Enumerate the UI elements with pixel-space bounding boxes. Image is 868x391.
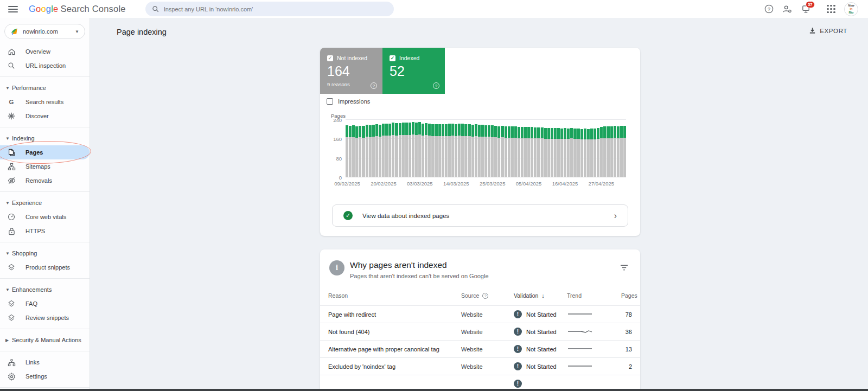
sidebar-section-indexing[interactable]: ▼Indexing xyxy=(0,131,90,145)
google-apps-icon[interactable] xyxy=(827,5,835,14)
indexed-chip[interactable]: ✓ Indexed 52 ? xyxy=(382,48,445,94)
chart-bar[interactable] xyxy=(402,123,405,177)
chart-bar[interactable] xyxy=(491,125,494,177)
chart-bar[interactable] xyxy=(379,125,381,177)
chart-bar[interactable] xyxy=(415,123,418,177)
user-settings-icon[interactable] xyxy=(782,4,792,14)
chart-bar[interactable] xyxy=(455,124,457,177)
chart-bar[interactable] xyxy=(428,124,431,177)
reason-row[interactable]: Page with redirect Website !Not Started … xyxy=(320,305,640,323)
chart-bar[interactable] xyxy=(617,126,620,177)
chart-bar[interactable] xyxy=(488,125,490,177)
view-indexed-data-row[interactable]: ✓ View data about indexed pages › xyxy=(332,204,628,227)
help-icon[interactable]: ? xyxy=(764,4,774,14)
chart-bar[interactable] xyxy=(551,128,553,177)
chart-bar[interactable] xyxy=(372,125,375,177)
chart-bar[interactable] xyxy=(511,126,514,177)
chart-bar[interactable] xyxy=(395,123,398,177)
chart-bar[interactable] xyxy=(369,125,372,177)
chart-bar[interactable] xyxy=(554,128,557,177)
chart-bar[interactable] xyxy=(521,127,524,177)
chart-bar[interactable] xyxy=(577,129,580,177)
sidebar-section-enhancements[interactable]: ▼Enhancements xyxy=(0,283,90,297)
indexed-checkbox[interactable]: ✓ xyxy=(390,55,395,61)
column-header-reason[interactable]: Reason xyxy=(328,292,461,299)
chart-bar[interactable] xyxy=(600,127,603,177)
chart-bar[interactable] xyxy=(448,124,451,177)
chart-bar[interactable] xyxy=(362,126,365,177)
chart-bar[interactable] xyxy=(541,127,544,177)
export-button[interactable]: EXPORT xyxy=(809,27,847,34)
impressions-toggle[interactable]: Impressions xyxy=(327,98,370,105)
sidebar-item-sitemaps[interactable]: Sitemaps xyxy=(0,159,90,174)
chart-bar[interactable] xyxy=(597,128,599,177)
chart-bar[interactable] xyxy=(425,123,427,177)
search-input[interactable] xyxy=(164,6,387,12)
menu-icon[interactable] xyxy=(8,6,18,12)
sidebar-item-links[interactable]: Links xyxy=(0,355,90,369)
notifications-icon[interactable]: 57 xyxy=(801,4,810,14)
chart-bar[interactable] xyxy=(346,125,348,177)
chart-bar[interactable] xyxy=(497,126,500,177)
chart-bar[interactable] xyxy=(349,126,352,177)
chart-bar[interactable] xyxy=(505,126,507,177)
chart-bar[interactable] xyxy=(573,129,576,177)
chart-bar[interactable] xyxy=(547,128,550,177)
sidebar-item-search-results[interactable]: GSearch results xyxy=(0,95,90,109)
chart-bar[interactable] xyxy=(527,127,530,177)
chart-bar[interactable] xyxy=(355,126,358,177)
chart-bar[interactable] xyxy=(475,124,477,177)
chart-bar[interactable] xyxy=(514,126,517,177)
chart-bar[interactable] xyxy=(614,126,616,177)
url-inspect-searchbar[interactable] xyxy=(145,2,394,16)
chart-bar[interactable] xyxy=(458,124,461,177)
column-header-validation[interactable]: Validation↓ xyxy=(514,292,567,299)
chart-bar[interactable] xyxy=(405,123,408,177)
property-selector[interactable]: nowinrio.com ▼ xyxy=(4,24,85,39)
chart-bar[interactable] xyxy=(392,123,394,177)
sidebar-item-overview[interactable]: Overview xyxy=(0,44,90,59)
sidebar-item-faq[interactable]: FAQ xyxy=(0,297,90,311)
not-indexed-chip[interactable]: ✓ Not indexed 164 9 reasons ? xyxy=(320,48,382,94)
column-header-source[interactable]: Source? xyxy=(461,292,514,299)
chart-bar[interactable] xyxy=(501,126,503,177)
chart-bar[interactable] xyxy=(623,126,626,177)
chart-bar[interactable] xyxy=(422,124,424,177)
help-icon[interactable]: ? xyxy=(433,82,439,89)
chart-bar[interactable] xyxy=(442,124,444,177)
chart-bar[interactable] xyxy=(560,129,563,177)
chart-bar[interactable] xyxy=(399,123,401,177)
chart-bar[interactable] xyxy=(468,124,470,177)
reason-row[interactable]: Excluded by 'noindex' tag Website !Not S… xyxy=(320,357,640,375)
chart-bar[interactable] xyxy=(481,125,484,177)
chart-bar[interactable] xyxy=(451,124,454,177)
sidebar-item-settings[interactable]: Settings xyxy=(0,369,90,383)
chart-bar[interactable] xyxy=(385,124,388,177)
not-indexed-checkbox[interactable]: ✓ xyxy=(327,55,333,61)
chart-bar[interactable] xyxy=(590,129,593,177)
chart-bar[interactable] xyxy=(518,127,520,177)
chart-bar[interactable] xyxy=(431,124,434,177)
sidebar-item-core-web-vitals[interactable]: Core web vitals xyxy=(0,210,90,224)
chart-bar[interactable] xyxy=(471,125,474,177)
chart-bar[interactable] xyxy=(352,125,355,177)
sidebar-section-security-manual-actions[interactable]: ▶Security & Manual Actions xyxy=(0,333,90,347)
sidebar-section-shopping[interactable]: ▼Shopping xyxy=(0,246,90,260)
account-avatar[interactable]: NowinRio xyxy=(844,2,858,16)
help-icon[interactable]: ? xyxy=(482,293,488,299)
chart-bar[interactable] xyxy=(544,128,547,177)
chart-bar[interactable] xyxy=(484,125,487,177)
sidebar-item-review-snippets[interactable]: Review snippets xyxy=(0,311,90,325)
chart-bar[interactable] xyxy=(438,124,441,178)
chart-bar[interactable] xyxy=(445,124,448,178)
column-header-pages[interactable]: Pages xyxy=(621,292,637,299)
chart-bar[interactable] xyxy=(464,124,467,178)
chart-bar[interactable] xyxy=(508,126,510,177)
chart-bar[interactable] xyxy=(366,125,368,177)
sidebar-item-url-inspection[interactable]: URL inspection xyxy=(0,59,90,73)
chart-bar[interactable] xyxy=(534,127,537,177)
chart-bar[interactable] xyxy=(564,128,566,177)
chart-bar[interactable] xyxy=(557,128,560,177)
chart-bar[interactable] xyxy=(418,122,421,177)
chart-bar[interactable] xyxy=(567,129,570,177)
